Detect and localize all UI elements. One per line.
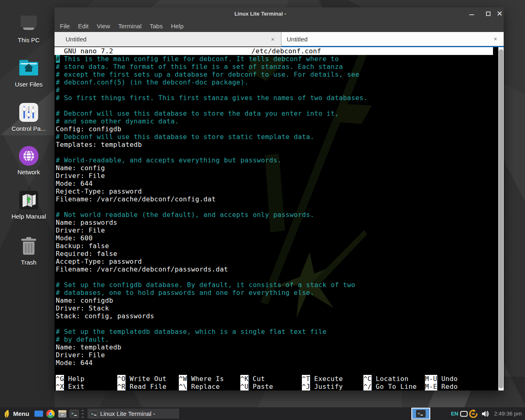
nano-shortcut: ^T Execute xyxy=(302,375,363,383)
task-button-label: Linux Lite Terminal - xyxy=(100,410,155,417)
control-panel-icon xyxy=(19,103,38,122)
scrollbar-thumb[interactable] xyxy=(499,49,503,388)
file-line: Driver: File xyxy=(55,226,493,234)
desktop-icon-network[interactable]: Network xyxy=(0,146,57,176)
file-line xyxy=(55,273,493,281)
file-line: # So first things first. This first stan… xyxy=(55,94,493,102)
computer-icon xyxy=(18,16,39,32)
nano-filename: /etc/debconf.conf xyxy=(56,47,459,55)
minimize-button[interactable] xyxy=(469,11,474,15)
nano-shortcut: ^\ Replace xyxy=(179,383,240,390)
file-line: Driver: File xyxy=(55,351,493,359)
desktop-icon-this-pc[interactable]: This PC xyxy=(0,14,57,43)
desktop-icon-label: User Files xyxy=(0,81,57,88)
menu-edit[interactable]: Edit xyxy=(74,23,93,30)
desktop-icon-help-manual[interactable]: Help Manual xyxy=(0,190,57,220)
nano-version: GNU nano 7.2 xyxy=(56,47,113,55)
task-button-terminal[interactable]: > Linux Lite Terminal - xyxy=(87,408,180,419)
home-folder-icon xyxy=(18,60,39,76)
file-line: Driver: File xyxy=(55,172,493,180)
desktop-icon-label: Control Pa... xyxy=(0,125,57,132)
panel-separator xyxy=(82,410,84,418)
file-line: Mode: 600 xyxy=(55,234,493,242)
file-line: # databases, one to hold passwords and o… xyxy=(55,289,493,297)
nano-shortcut: ^X Exit xyxy=(56,383,117,390)
menubar: File Edit View Terminal Tabs Help xyxy=(55,20,504,32)
chrome-icon[interactable] xyxy=(46,409,55,419)
terminal-window: Linux Lite Terminal - ✕ File Edit View T… xyxy=(55,7,504,390)
network-globe-icon xyxy=(19,146,39,166)
file-line: # Set up the configdb database. By defau… xyxy=(55,281,493,289)
file-line: Mode: 644 xyxy=(55,359,493,367)
system-tray: > EN 2:49:36 pm xyxy=(411,408,525,420)
file-line: Required: false xyxy=(55,250,493,258)
file-line: Reject-Type: password xyxy=(55,187,493,195)
tab-close-icon[interactable]: × xyxy=(494,36,497,42)
desktop-icon-trash[interactable]: Trash xyxy=(0,236,57,266)
file-line: # Not world readable (the default), and … xyxy=(55,211,493,219)
menu-button[interactable]: Menu xyxy=(0,407,31,420)
keyboard-layout-indicator[interactable]: EN xyxy=(451,411,458,417)
nano-shortcut: ^J Justify xyxy=(302,383,363,390)
file-manager-icon[interactable] xyxy=(58,409,67,419)
volume-icon[interactable] xyxy=(481,410,489,418)
file-line: Mode: 644 xyxy=(55,180,493,187)
terminal-launcher-icon[interactable]: > xyxy=(70,409,79,419)
file-line: # by default. xyxy=(55,336,493,343)
menu-file[interactable]: File xyxy=(56,23,74,30)
tab-label: Untitled xyxy=(66,36,87,43)
tab-untitled-2[interactable]: Untitled × xyxy=(281,32,504,47)
file-line xyxy=(55,203,493,211)
file-line: Backup: false xyxy=(55,242,493,250)
updates-icon[interactable] xyxy=(469,409,478,418)
file-line: # and some other dynamic data. xyxy=(55,117,493,125)
file-line: # World-readable, and accepts everything… xyxy=(55,156,493,164)
window-title: Linux Lite Terminal - xyxy=(55,7,458,20)
file-line: # debconf.conf(5) (in the debconf-doc pa… xyxy=(55,78,493,86)
tray-terminal-icon[interactable]: > xyxy=(411,408,430,420)
window-titlebar[interactable]: Linux Lite Terminal - ✕ xyxy=(55,7,504,20)
file-line: Accept-Type: password xyxy=(55,258,493,265)
menu-view[interactable]: View xyxy=(93,23,114,30)
file-line: Templates: templatedb xyxy=(55,141,493,148)
file-line: # xyxy=(55,86,493,94)
file-line: Filename: /var/cache/debconf/config.dat xyxy=(55,195,493,203)
taskbar: Menu > > Linux Lite Terminal - > EN 2:49… xyxy=(0,407,525,420)
file-line: Filename: /var/cache/debconf/passwords.d… xyxy=(55,265,493,273)
nano-shortcut: ^C Location xyxy=(363,375,425,383)
trash-icon xyxy=(21,237,37,255)
file-line: Name: config xyxy=(55,164,493,172)
terminal-screen[interactable]: GNU nano 7.2/etc/debconf.conf# This is t… xyxy=(55,47,504,390)
terminal-icon: > xyxy=(89,410,98,418)
workspace-icon[interactable] xyxy=(34,409,43,419)
file-line xyxy=(55,320,493,328)
file-line: # store data. The format of this file is… xyxy=(55,63,493,71)
keyboard-icon[interactable] xyxy=(460,411,468,417)
file-line: # Debconf will use this database to stor… xyxy=(55,110,493,117)
tab-bar: Untitled × Untitled × xyxy=(55,32,504,47)
file-content: GNU nano 7.2/etc/debconf.conf# This is t… xyxy=(55,47,493,367)
nano-shortcut: M-E Redo xyxy=(425,383,486,390)
linux-lite-logo-icon xyxy=(3,409,10,418)
close-button[interactable]: ✕ xyxy=(497,11,502,16)
nano-shortcut: ^R Read File xyxy=(117,383,179,390)
desktop-icon-user-files[interactable]: User Files xyxy=(0,58,57,88)
tab-close-icon[interactable]: × xyxy=(271,36,274,43)
nano-shortcut: ^W Where Is xyxy=(179,375,240,383)
nano-shortcut: ^/ Go To Line xyxy=(363,383,425,390)
menu-terminal[interactable]: Terminal xyxy=(114,23,146,30)
nano-shortcut: ^O Write Out xyxy=(117,375,179,383)
nano-shortcuts: ^G Help^O Write Out^W Where Is^K Cut^T E… xyxy=(55,375,493,390)
menu-label: Menu xyxy=(13,410,29,417)
maximize-button[interactable] xyxy=(486,11,491,16)
menu-help[interactable]: Help xyxy=(167,23,188,30)
scrollbar[interactable] xyxy=(498,47,504,390)
desktop-icon-label: This PC xyxy=(0,37,57,43)
desktop-icon-control-panel[interactable]: Control Pa... xyxy=(0,103,57,132)
file-line: # except the first sets up a database fo… xyxy=(55,71,493,78)
nano-titlebar: GNU nano 7.2/etc/debconf.conf xyxy=(55,47,493,55)
tab-untitled-1[interactable]: Untitled × xyxy=(55,32,281,47)
file-line: Name: configdb xyxy=(55,297,493,304)
file-line: Name: passwords xyxy=(55,219,493,226)
menu-tabs[interactable]: Tabs xyxy=(146,23,167,30)
